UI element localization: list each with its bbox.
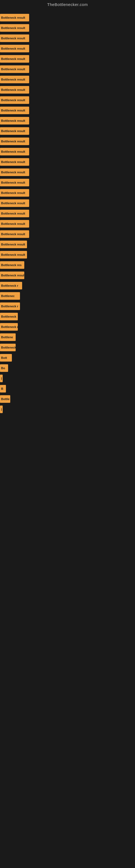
- bar-item: Bottleneck result: [0, 86, 29, 94]
- bar-label: Bottleneck result: [1, 88, 25, 91]
- bar-label: Bott: [1, 356, 7, 360]
- bar-label: Bottleneck result: [1, 67, 25, 71]
- bar-item: Bottleneck res: [0, 323, 18, 331]
- bar-item: Bottleneck result: [0, 230, 29, 238]
- bar-label: Bottleneck result: [1, 37, 25, 40]
- bar-label: Bottleneck result: [1, 119, 25, 122]
- bar-item: B: [0, 385, 6, 393]
- bar-label: Bottleneck result: [1, 109, 25, 112]
- bar-item: Bottleneck result: [0, 55, 29, 63]
- bar-item: Bottleneck res: [0, 261, 24, 269]
- bar-label: Bottleneck result: [1, 191, 25, 194]
- bar-item: Bottleneck result: [0, 96, 29, 104]
- bar-item: Bottleneck result: [0, 34, 29, 42]
- bar-item: Bottleneck result: [0, 14, 29, 22]
- bar-label: Bottleneck result: [1, 202, 25, 205]
- bar-item: Bottleneck r: [0, 303, 20, 310]
- bar-item: Bottleneck result: [0, 148, 29, 155]
- bar-label: Bottleneck result: [1, 232, 25, 236]
- bar-item: Bottleneck result: [0, 168, 29, 176]
- bar-label: Bottleneck result: [1, 274, 24, 277]
- bar-item: Bottleneck result: [0, 117, 29, 124]
- bar-item: Bottleneck: [0, 313, 18, 320]
- bar-item: Bottleneck result: [0, 272, 24, 279]
- bar-label: Bottleneck: [1, 315, 16, 318]
- bar-item: Bottleneck result: [0, 76, 29, 83]
- bar-label: Bottlene: [1, 336, 13, 339]
- bar-item: Bottleneck result: [0, 179, 29, 186]
- site-title: TheBottlenecker.com: [0, 0, 135, 8]
- bar-label: Bottlenec: [1, 294, 14, 298]
- bar-label: Bottleneck result: [1, 129, 25, 133]
- bar-label: Bottleneck r: [1, 284, 18, 287]
- bar-item: Bottle: [0, 395, 10, 403]
- bar-label: Bottleneck result: [1, 212, 25, 215]
- bar-label: Bottleneck result: [1, 150, 25, 153]
- bar-label: Bottleneck result: [1, 78, 25, 81]
- bar-label: Bottleneck result: [1, 253, 25, 256]
- bar-label: Bottleneck result: [1, 222, 25, 225]
- bar-label: Bottleneck res: [1, 325, 18, 329]
- chart-area: Bottleneck resultBottleneck resultBottle…: [0, 8, 135, 862]
- bar-item: Bottleneck result: [0, 127, 29, 135]
- bar-label: Bottleneck result: [1, 181, 25, 184]
- bar-item: Bottleneck result: [0, 241, 27, 248]
- bar-item: Bottleneck result: [0, 65, 29, 73]
- bar-item: Bottleneck result: [0, 251, 27, 258]
- bar-item: Bottleneck result: [0, 220, 29, 227]
- bar-label: Bottleneck result: [1, 243, 25, 246]
- bar-label: Bottleneck result: [1, 16, 25, 19]
- bar-item: Bottleneck result: [0, 210, 29, 217]
- bar-label: |: [1, 408, 2, 411]
- bar-label: Bottleneck result: [1, 160, 25, 163]
- bar-item: Bo: [0, 364, 8, 372]
- bar-item: |: [0, 405, 3, 413]
- bar-label: Bottleneck result: [1, 98, 25, 102]
- bar-item: Bottleneck r: [0, 344, 16, 351]
- bar-item: Bott: [0, 354, 12, 362]
- bar-label: Bottleneck res: [1, 264, 21, 267]
- bar-item: Bottleneck result: [0, 137, 29, 145]
- bar-label: Bottleneck r: [1, 305, 18, 308]
- bar-item: Bottleneck r: [0, 282, 22, 289]
- bar-item: Bottleneck result: [0, 189, 29, 197]
- bar-label: Bottle: [1, 397, 9, 401]
- bar-item: Bottlenec: [0, 292, 20, 300]
- bar-item: Bottleneck result: [0, 199, 29, 207]
- bar-item: Bottleneck result: [0, 24, 29, 32]
- bar-item: Bottlene: [0, 333, 16, 341]
- bar-label: B: [1, 387, 3, 390]
- bar-label: Bo: [1, 367, 5, 370]
- bar-item: Bottleneck result: [0, 45, 29, 52]
- bar-label: Bottleneck result: [1, 47, 25, 50]
- bar-label: Bottleneck result: [1, 57, 25, 61]
- bar-item: Bottleneck result: [0, 106, 29, 114]
- bar-label: Bottleneck r: [1, 346, 16, 349]
- bar-label: Bottleneck result: [1, 140, 25, 143]
- bar-item: Bottleneck result: [0, 158, 29, 166]
- bar-item: |: [0, 375, 3, 382]
- bar-label: Bottleneck result: [1, 170, 25, 174]
- bar-label: |: [1, 377, 2, 380]
- bar-label: Bottleneck result: [1, 26, 25, 30]
